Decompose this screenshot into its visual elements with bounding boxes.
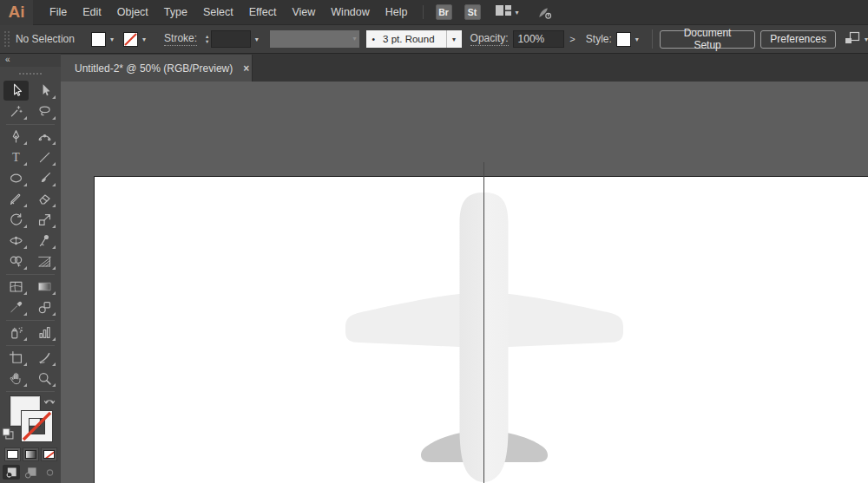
tool-pen[interactable] (3, 127, 29, 147)
tool-mesh[interactable] (3, 277, 29, 297)
menu-item-file[interactable]: File (42, 0, 75, 25)
tool-scale[interactable] (32, 210, 57, 230)
tool-blend[interactable] (32, 297, 57, 317)
tool-row (0, 210, 61, 231)
tool-rotate[interactable] (3, 210, 29, 230)
paint-style-buttons (4, 447, 61, 461)
tool-slice[interactable] (32, 348, 57, 368)
airplane-artwork[interactable] (61, 82, 868, 483)
swap-fill-stroke-icon[interactable] (43, 395, 56, 411)
tool-artboard[interactable] (3, 348, 29, 368)
variable-width-profile-dropdown[interactable]: • 3 pt. Round ▾ (366, 30, 462, 48)
preferences-button[interactable]: Preferences (760, 30, 836, 49)
tool-row (0, 168, 61, 189)
chevron-down-icon[interactable]: ▾ (446, 30, 462, 48)
tool-eraser[interactable] (32, 189, 57, 209)
stroke-color-picker[interactable]: ▾ (123, 32, 150, 47)
chevron-down-icon[interactable]: ▾ (251, 36, 263, 43)
chevron-down-icon[interactable]: ▾ (138, 36, 150, 43)
tool-paintbrush[interactable] (32, 168, 57, 188)
tool-panel-grip[interactable] (0, 67, 61, 81)
tool-row (0, 277, 61, 297)
chevron-down-icon[interactable]: ▾ (106, 36, 118, 43)
tool-selection[interactable] (3, 81, 29, 101)
tool-grid: T (0, 81, 61, 392)
tool-panel: « T (0, 54, 61, 483)
menu-separator (423, 5, 424, 19)
tool-row (0, 127, 61, 147)
workspace-switcher[interactable]: ▾ (495, 4, 519, 20)
canvas-area[interactable] (61, 82, 868, 483)
tool-line-segment[interactable] (32, 147, 57, 167)
brush-definition-value: 3 pt. Round (383, 34, 434, 44)
tool-direct-selection[interactable] (32, 81, 57, 101)
collapse-panel-icon[interactable]: « (5, 55, 10, 64)
close-icon[interactable]: × (243, 62, 249, 75)
brush-definition-dropdown[interactable]: ▾ (270, 30, 359, 48)
tool-width[interactable] (3, 231, 29, 251)
tool-shaper[interactable] (3, 189, 29, 209)
tool-row: T (0, 147, 61, 168)
tool-lasso[interactable] (32, 101, 57, 121)
menu-item-help[interactable]: Help (378, 0, 416, 25)
tool-eyedropper[interactable] (3, 297, 29, 317)
stock-button[interactable]: St (464, 4, 481, 20)
tool-perspective-grid[interactable] (32, 251, 57, 271)
menu-item-object[interactable]: Object (109, 0, 156, 25)
default-fill-stroke-icon[interactable] (2, 428, 14, 443)
tool-symbol-sprayer[interactable] (3, 323, 29, 343)
menu-item-edit[interactable]: Edit (75, 0, 109, 25)
stroke-none-swatch[interactable] (123, 32, 138, 47)
gpu-performance-icon[interactable] (535, 5, 554, 20)
tool-ellipse[interactable] (3, 168, 29, 188)
color-button[interactable] (4, 447, 21, 461)
draw-inside-button[interactable] (41, 465, 58, 480)
stroke-weight-stepper[interactable]: ▴▾ (206, 34, 208, 44)
bridge-button[interactable]: Br (436, 4, 452, 20)
document-setup-button[interactable]: Document Setup (660, 30, 755, 49)
opacity-label[interactable]: Opacity: (470, 32, 509, 46)
tool-row (0, 101, 61, 122)
tool-puppet-warp[interactable] (32, 231, 57, 251)
toolbar-separator (6, 274, 55, 275)
chevron-down-icon[interactable]: ▾ (631, 36, 643, 43)
fill-color-picker[interactable]: ▾ (91, 32, 118, 47)
toolbar-separator (6, 391, 55, 392)
app-logo: Ai (0, 0, 33, 25)
none-button[interactable] (41, 447, 57, 461)
panel-grip[interactable] (3, 30, 10, 48)
menu-item-window[interactable]: Window (323, 0, 377, 25)
tool-row (0, 251, 61, 272)
document-tab-bar: Untitled-2* @ 50% (RGB/Preview) × (61, 54, 868, 82)
opacity-input[interactable]: 100% (513, 30, 564, 48)
tool-shape-builder[interactable] (3, 251, 29, 271)
chevron-down-icon: ▾ (516, 9, 519, 16)
gradient-button[interactable] (23, 447, 39, 461)
tool-hand[interactable] (3, 369, 29, 388)
menu-item-view[interactable]: View (284, 0, 323, 25)
tool-row (0, 189, 61, 210)
tool-zoom[interactable] (32, 369, 57, 388)
menu-item-type[interactable]: Type (156, 0, 195, 25)
style-swatch[interactable] (616, 32, 631, 47)
fill-swatch[interactable] (91, 32, 106, 47)
tool-magic-wand[interactable] (3, 101, 29, 121)
document-tab[interactable]: Untitled-2* @ 50% (RGB/Preview) × (61, 55, 253, 82)
workspace-switcher-icon (495, 4, 512, 20)
align-options[interactable]: ▾ (845, 31, 868, 48)
tool-panel-header: « (0, 54, 61, 67)
menu-item-effect[interactable]: Effect (241, 0, 285, 25)
stroke-indicator-none[interactable] (22, 411, 52, 441)
stroke-weight-label[interactable]: Stroke: (164, 32, 197, 46)
menu-item-select[interactable]: Select (195, 0, 241, 25)
tool-type[interactable]: T (3, 147, 29, 167)
chevron-down-icon: ▾ (865, 36, 868, 43)
tool-column-graph[interactable] (32, 323, 57, 343)
opacity-options-button[interactable]: > (566, 30, 579, 48)
tool-curvature[interactable] (32, 127, 57, 147)
draw-normal-button[interactable] (3, 465, 20, 480)
graphic-style-picker[interactable]: ▾ (616, 32, 643, 47)
stroke-weight-input[interactable] (211, 30, 251, 48)
tool-gradient[interactable] (32, 277, 57, 297)
draw-behind-button[interactable] (22, 465, 39, 480)
